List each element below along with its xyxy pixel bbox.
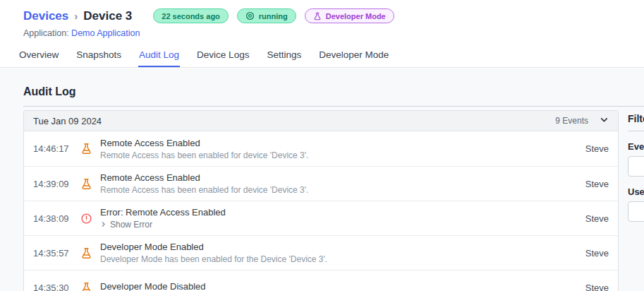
audit-log-row: 14:46:17 Remote Access Enabled Remote Ac… [24, 131, 618, 166]
event-user: Steve [585, 179, 609, 189]
event-time: 14:35:57 [33, 248, 80, 259]
event-time: 14:46:17 [33, 143, 80, 154]
last-seen-label: 22 seconds ago [162, 12, 220, 20]
event-user: Steve [585, 283, 609, 291]
chevron-right-icon [100, 220, 107, 230]
flask-icon [80, 143, 100, 155]
show-error-label: Show Error [110, 220, 152, 230]
user-filter-input[interactable] [628, 201, 644, 222]
last-seen-badge: 22 seconds ago [153, 8, 229, 23]
breadcrumb-current-device: Device 3 [83, 9, 132, 23]
event-title: Remote Access Enabled [100, 172, 578, 183]
section-title: Audit Log [23, 85, 76, 98]
breadcrumb-separator: › [74, 10, 78, 22]
flask-icon [80, 282, 100, 291]
chevron-down-icon [600, 115, 609, 126]
day-group-date: Tue Jan 09 2024 [33, 116, 102, 126]
target-icon [245, 11, 255, 20]
audit-log-row: 14:35:30 Developer Mode Disabled Steve [24, 270, 618, 291]
event-time: 14:39:09 [33, 179, 80, 189]
breadcrumb: Devices › Device 3 22 seconds ago runnin… [23, 8, 394, 23]
audit-log-section: Audit Log Tue Jan 09 2024 9 Events 14:46… [0, 69, 644, 291]
day-group-header[interactable]: Tue Jan 09 2024 9 Events [24, 111, 618, 131]
page-header: Devices › Device 3 22 seconds ago runnin… [23, 8, 394, 38]
error-icon [80, 213, 100, 225]
event-description: Remote Access has been enabled for devic… [100, 185, 578, 195]
event-filter-input[interactable] [628, 156, 644, 177]
application-link[interactable]: Demo Application [71, 28, 140, 38]
flask-icon [313, 12, 322, 20]
event-description: Remote Access has been enabled for devic… [100, 150, 578, 160]
tab-audit-log[interactable]: Audit Log [138, 43, 180, 67]
audit-log-row: 14:39:09 Remote Access Enabled Remote Ac… [24, 166, 618, 201]
tab-developer-mode[interactable]: Developer Mode [318, 43, 389, 67]
tab-settings[interactable]: Settings [266, 43, 302, 67]
events-count: 9 Events [555, 116, 588, 126]
filter-divider [628, 131, 644, 131]
developer-mode-badge: Developer Mode [305, 8, 394, 23]
event-title: Remote Access Enabled [100, 138, 578, 148]
event-title: Developer Mode Disabled [100, 281, 578, 291]
status-badges: 22 seconds ago running [153, 8, 394, 23]
event-user: Steve [585, 213, 609, 224]
filter-panel: Filter Event User [628, 113, 644, 222]
device-detail-page: Devices › Device 3 22 seconds ago runnin… [0, 0, 644, 291]
audit-log-card: Tue Jan 09 2024 9 Events 14:46:17 [23, 110, 619, 291]
event-filter-label: Event [628, 141, 644, 152]
section-divider [23, 106, 644, 107]
filter-panel-title: Filter [628, 113, 644, 124]
audit-log-row: 14:38:09 Error: Remote Access Enabled Sh… [24, 201, 618, 235]
user-filter-label: User [628, 186, 644, 197]
tab-bar: Overview Snapshots Audit Log Device Logs… [0, 43, 644, 68]
event-user: Steve [585, 248, 609, 259]
event-time: 14:38:09 [33, 213, 80, 224]
developer-mode-label: Developer Mode [326, 12, 386, 20]
show-error-toggle[interactable]: Show Error [100, 220, 578, 230]
flask-icon [80, 247, 100, 259]
audit-log-row: 14:35:57 Developer Mode Enabled Develope… [24, 235, 618, 270]
event-time: 14:35:30 [33, 283, 80, 291]
running-status-badge: running [237, 8, 296, 23]
event-title: Developer Mode Enabled [100, 242, 578, 252]
event-description: Developer Mode has been enabled for the … [100, 254, 578, 264]
application-label: Application: [23, 28, 71, 38]
tab-device-logs[interactable]: Device Logs [196, 43, 250, 67]
application-line: Application: Demo Application [23, 28, 394, 38]
breadcrumb-devices-link[interactable]: Devices [23, 9, 68, 23]
tab-overview[interactable]: Overview [18, 43, 59, 67]
event-user: Steve [585, 143, 609, 154]
flask-icon [80, 178, 100, 190]
running-status-label: running [259, 12, 288, 20]
collapse-day-group-button[interactable] [600, 115, 609, 126]
tab-snapshots[interactable]: Snapshots [75, 43, 122, 67]
event-title: Error: Remote Access Enabled [100, 207, 578, 218]
